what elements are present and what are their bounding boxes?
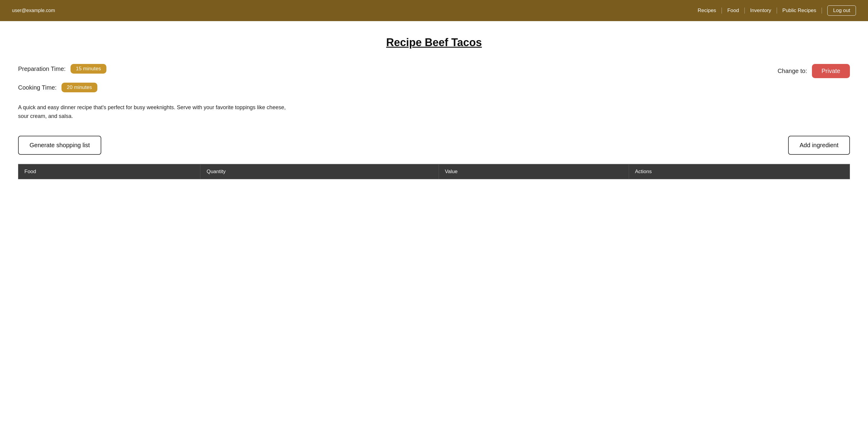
info-left: Preparation Time: 15 minutes Cooking Tim…: [18, 64, 106, 92]
col-actions: Actions: [629, 164, 849, 179]
table-header: Food Quantity Value Actions: [19, 164, 850, 179]
col-food: Food: [19, 164, 200, 179]
main-content: Recipe Beef Tacos Preparation Time: 15 m…: [0, 21, 868, 438]
visibility-toggle-button[interactable]: Private: [812, 64, 850, 78]
table-header-row: Food Quantity Value Actions: [19, 164, 850, 179]
logout-button[interactable]: Log out: [827, 5, 856, 16]
change-to-container: Change to: Private: [778, 64, 850, 78]
nav-link-inventory[interactable]: Inventory: [745, 7, 777, 13]
nav-link-recipes[interactable]: Recipes: [692, 7, 722, 13]
info-row: Preparation Time: 15 minutes Cooking Tim…: [18, 64, 850, 92]
add-ingredient-button[interactable]: Add ingredient: [788, 136, 850, 155]
col-quantity: Quantity: [200, 164, 439, 179]
buttons-row: Generate shopping list Add ingredient: [18, 136, 850, 155]
ingredients-table: Food Quantity Value Actions: [18, 164, 850, 179]
preparation-time-label: Preparation Time:: [18, 65, 66, 72]
navbar: user@example.com Recipes Food Inventory …: [0, 0, 868, 21]
recipe-title: Recipe Beef Tacos: [18, 36, 850, 49]
nav-link-food[interactable]: Food: [722, 7, 745, 13]
change-to-label: Change to:: [778, 67, 807, 75]
recipe-description: A quick and easy dinner recipe that's pe…: [18, 103, 296, 121]
navbar-links: Recipes Food Inventory Public Recipes Lo…: [692, 5, 856, 16]
cooking-time-item: Cooking Time: 20 minutes: [18, 83, 106, 92]
nav-link-public-recipes[interactable]: Public Recipes: [777, 7, 822, 13]
generate-shopping-list-button[interactable]: Generate shopping list: [18, 136, 101, 155]
cooking-time-badge: 20 minutes: [61, 83, 97, 92]
preparation-time-item: Preparation Time: 15 minutes: [18, 64, 106, 74]
preparation-time-badge: 15 minutes: [70, 64, 106, 74]
navbar-user-email: user@example.com: [12, 8, 55, 13]
col-value: Value: [439, 164, 629, 179]
cooking-time-label: Cooking Time:: [18, 84, 57, 91]
